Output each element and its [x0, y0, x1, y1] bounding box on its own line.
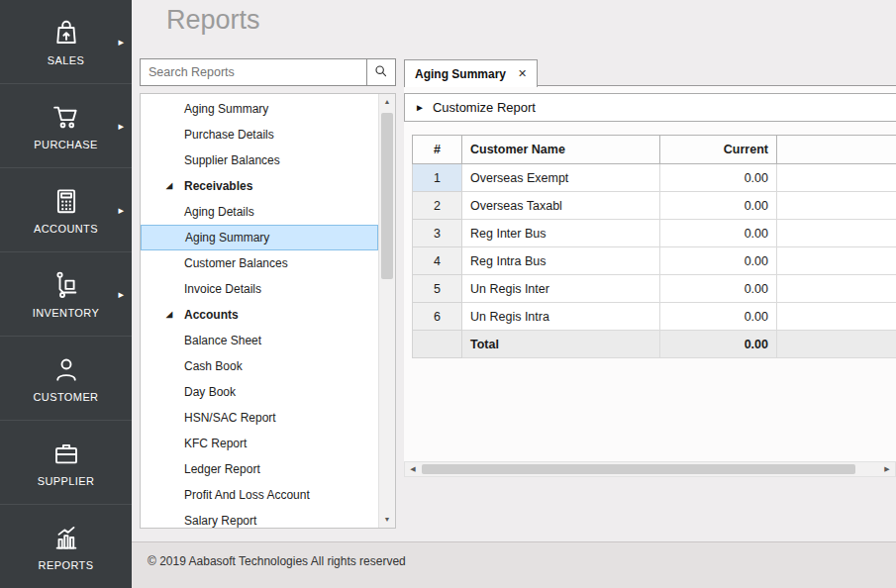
chevron-right-icon: ▸ — [118, 121, 124, 132]
column-header-customer[interactable]: Customer Name — [462, 136, 660, 164]
list-item[interactable]: Customer Balances — [141, 250, 378, 276]
total-row: Total 0.00 52,572.00 — [413, 331, 896, 358]
list-group-accounts[interactable]: ◢Accounts — [141, 302, 378, 328]
column-header-index[interactable]: # — [413, 136, 462, 164]
scroll-down-icon[interactable]: ▼ — [379, 512, 395, 528]
row-index: 5 — [413, 275, 462, 303]
list-item-label: Supplier Balances — [184, 153, 280, 167]
list-item-label: Aging Summary — [185, 231, 269, 245]
days-1-15-cell: 0.00 — [777, 247, 896, 275]
customer-name-cell: Un Regis Intra — [462, 303, 660, 331]
current-cell: 0.00 — [660, 192, 777, 220]
row-index: 1 — [413, 164, 462, 192]
scroll-up-icon[interactable]: ▲ — [379, 94, 395, 110]
list-item[interactable]: Balance Sheet — [141, 328, 378, 353]
chevron-right-icon: ▸ — [118, 289, 124, 300]
tab-label: Aging Summary — [415, 67, 506, 81]
row-index: 4 — [413, 247, 462, 275]
sales-bag-icon — [51, 18, 81, 48]
table-row[interactable]: 6 Un Regis Intra 0.00 0.00 — [413, 303, 896, 331]
group-expander-icon[interactable]: ◢ — [166, 173, 172, 199]
list-item[interactable]: Supplier Balances — [141, 147, 378, 173]
sidebar-item-label: SUPPLIER — [38, 475, 95, 487]
customer-person-icon — [51, 354, 81, 384]
table-row[interactable]: 5 Un Regis Inter 0.00 0.00 — [413, 275, 896, 303]
list-item-label: Aging Details — [184, 205, 254, 219]
table-row[interactable]: 4 Reg Intra Bus 0.00 0.00 — [413, 247, 896, 275]
list-item[interactable]: Aging Details — [141, 199, 378, 225]
reports-chart-icon — [51, 523, 81, 552]
customer-name-cell: Overseas Taxabl — [462, 192, 660, 220]
customer-name-cell: Overseas Exempt — [462, 164, 660, 192]
list-item[interactable]: HSN/SAC Report — [141, 405, 378, 431]
table-row[interactable]: 2 Overseas Taxabl 0.00 7,761.00 — [413, 192, 896, 220]
inventory-trolley-icon — [51, 270, 81, 300]
app-window: SALES ▸ PURCHASE ▸ ACCOUNTS ▸ INVENTORY … — [0, 0, 896, 588]
sidebar-item-purchase[interactable]: PURCHASE ▸ — [0, 84, 132, 168]
total-current-cell: 0.00 — [660, 331, 777, 358]
sidebar-item-sales[interactable]: SALES ▸ — [0, 0, 132, 84]
tab-content: ► Customize Report # Customer Name Curre… — [404, 86, 896, 477]
list-item-selected[interactable]: Aging Summary — [141, 225, 378, 250]
customize-report-label: Customize Report — [433, 100, 536, 115]
supplier-briefcase-icon — [51, 439, 81, 468]
chevron-right-icon: ▸ — [118, 37, 124, 48]
search-icon — [373, 63, 389, 82]
accounts-calculator-icon — [51, 186, 81, 216]
sidebar-item-label: ACCOUNTS — [34, 223, 98, 235]
sidebar-item-supplier[interactable]: SUPPLIER — [0, 421, 132, 505]
aging-summary-grid: # Customer Name Current 1-15 Days 1 Over… — [412, 135, 896, 358]
grid-header-row: # Customer Name Current 1-15 Days — [413, 136, 896, 164]
days-1-15-cell: 37,050.00 — [777, 220, 896, 247]
expander-arrow-icon: ► — [415, 102, 425, 113]
customer-name-cell: Reg Intra Bus — [462, 247, 660, 275]
vertical-scrollbar-thumb[interactable] — [381, 113, 393, 279]
list-item[interactable]: Invoice Details — [141, 276, 378, 302]
search-input[interactable] — [140, 58, 366, 86]
list-group-receivables[interactable]: ◢Receivables — [141, 173, 378, 199]
sidebar-item-customer[interactable]: CUSTOMER — [0, 337, 132, 421]
scroll-left-icon[interactable]: ◀ — [405, 462, 421, 476]
page-title: Reports — [166, 5, 260, 36]
list-item[interactable]: Ledger Report — [141, 456, 378, 482]
list-item[interactable]: Purchase Details — [141, 122, 378, 147]
table-row[interactable]: 3 Reg Inter Bus 0.00 37,050.00 — [413, 220, 896, 247]
sidebar-item-label: SALES — [48, 54, 84, 66]
days-1-15-cell: 0.00 — [777, 303, 896, 331]
days-1-15-cell: 0.00 — [777, 275, 896, 303]
group-expander-icon[interactable]: ◢ — [166, 302, 172, 328]
list-item-label: Salary Report — [184, 514, 256, 528]
list-item[interactable]: Aging Summary — [141, 96, 378, 122]
list-item[interactable]: Cash Book — [141, 353, 378, 379]
table-row[interactable]: 1 Overseas Exempt 0.00 7,761.00 — [413, 164, 896, 192]
current-cell: 0.00 — [660, 220, 777, 247]
customer-name-cell: Un Regis Inter — [462, 275, 660, 303]
customer-name-cell: Reg Inter Bus — [462, 220, 660, 247]
horizontal-scrollbar[interactable]: ◀ ▶ — [404, 461, 896, 477]
column-header-1-15[interactable]: 1-15 Days — [777, 136, 896, 164]
horizontal-scrollbar-thumb[interactable] — [422, 464, 855, 474]
close-icon[interactable]: ✕ — [518, 68, 527, 79]
search-button[interactable] — [366, 58, 396, 86]
list-item[interactable]: Day Book — [141, 379, 378, 405]
list-item-label: Aging Summary — [184, 102, 268, 116]
scroll-right-icon[interactable]: ▶ — [879, 462, 895, 476]
customize-report-expander[interactable]: ► Customize Report — [404, 93, 896, 122]
sidebar-item-inventory[interactable]: INVENTORY ▸ — [0, 252, 132, 337]
sidebar-item-label: REPORTS — [39, 559, 94, 571]
vertical-scrollbar[interactable]: ▲ ▼ — [378, 94, 395, 528]
chevron-right-icon: ▸ — [118, 205, 124, 216]
list-item-label: Purchase Details — [184, 128, 274, 142]
report-list-panel: Aging Summary Purchase Details Supplier … — [140, 93, 396, 529]
sidebar-item-label: PURCHASE — [34, 139, 97, 150]
sidebar-item-accounts[interactable]: ACCOUNTS ▸ — [0, 168, 132, 252]
list-item-label: Balance Sheet — [184, 334, 261, 347]
list-item[interactable]: KFC Report — [141, 431, 378, 456]
list-item[interactable]: Profit And Loss Account — [141, 482, 378, 508]
current-cell: 0.00 — [660, 247, 777, 275]
tab-aging-summary[interactable]: Aging Summary ✕ — [404, 59, 538, 87]
column-header-current[interactable]: Current — [660, 136, 777, 164]
sidebar-item-label: CUSTOMER — [34, 391, 99, 403]
sidebar-item-reports[interactable]: REPORTS — [0, 505, 132, 588]
list-item[interactable]: Salary Report — [141, 508, 378, 528]
